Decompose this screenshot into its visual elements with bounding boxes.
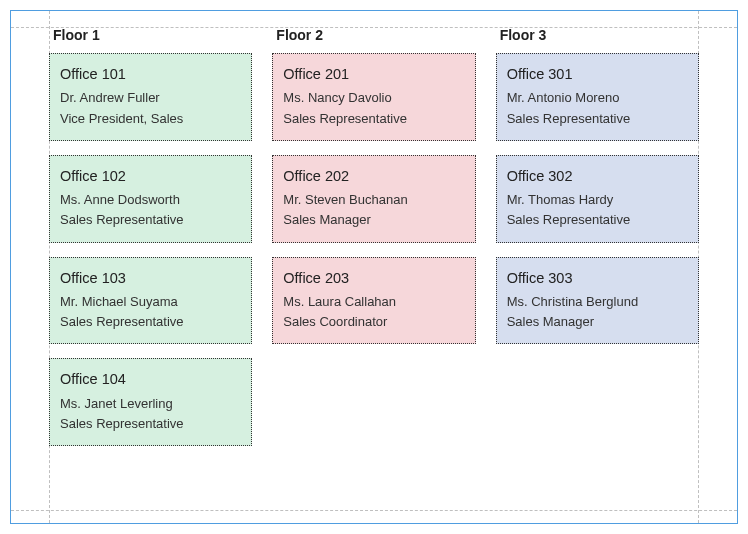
office-card[interactable]: Office 101Dr. Andrew FullerVice Presiden… <box>49 53 252 141</box>
employee-name: Mr. Thomas Hardy <box>507 190 688 210</box>
office-number: Office 104 <box>60 368 241 390</box>
floor-header: Floor 1 <box>53 27 252 43</box>
employee-title: Vice President, Sales <box>60 109 241 129</box>
office-number: Office 301 <box>507 63 688 85</box>
office-card[interactable]: Office 102Ms. Anne DodsworthSales Repres… <box>49 155 252 243</box>
office-card[interactable]: Office 103Mr. Michael SuyamaSales Repres… <box>49 257 252 345</box>
office-card[interactable]: Office 202Mr. Steven BuchananSales Manag… <box>272 155 475 243</box>
employee-name: Mr. Steven Buchanan <box>283 190 464 210</box>
office-number: Office 302 <box>507 165 688 187</box>
employee-title: Sales Representative <box>507 109 688 129</box>
office-number: Office 201 <box>283 63 464 85</box>
employee-name: Ms. Christina Berglund <box>507 292 688 312</box>
office-card[interactable]: Office 203Ms. Laura CallahanSales Coordi… <box>272 257 475 345</box>
employee-name: Ms. Anne Dodsworth <box>60 190 241 210</box>
office-card[interactable]: Office 104Ms. Janet LeverlingSales Repre… <box>49 358 252 446</box>
employee-title: Sales Manager <box>283 210 464 230</box>
employee-title: Sales Coordinator <box>283 312 464 332</box>
employee-title: Sales Representative <box>60 414 241 434</box>
floor-header: Floor 2 <box>276 27 475 43</box>
employee-name: Mr. Michael Suyama <box>60 292 241 312</box>
office-number: Office 102 <box>60 165 241 187</box>
employee-title: Sales Manager <box>507 312 688 332</box>
employee-title: Sales Representative <box>283 109 464 129</box>
floor-column: Floor 1Office 101Dr. Andrew FullerVice P… <box>49 27 252 511</box>
employee-name: Ms. Nancy Davolio <box>283 88 464 108</box>
office-number: Office 202 <box>283 165 464 187</box>
office-number: Office 103 <box>60 267 241 289</box>
office-card[interactable]: Office 301Mr. Antonio MorenoSales Repres… <box>496 53 699 141</box>
employee-title: Sales Representative <box>60 312 241 332</box>
employee-name: Ms. Laura Callahan <box>283 292 464 312</box>
office-card[interactable]: Office 303Ms. Christina BerglundSales Ma… <box>496 257 699 345</box>
floor-column: Floor 2Office 201Ms. Nancy DavolioSales … <box>272 27 475 511</box>
office-list: Office 201Ms. Nancy DavolioSales Represe… <box>272 53 475 344</box>
office-list: Office 301Mr. Antonio MorenoSales Repres… <box>496 53 699 344</box>
office-list: Office 101Dr. Andrew FullerVice Presiden… <box>49 53 252 446</box>
employee-title: Sales Representative <box>60 210 241 230</box>
office-number: Office 303 <box>507 267 688 289</box>
floor-column: Floor 3Office 301Mr. Antonio MorenoSales… <box>496 27 699 511</box>
employee-title: Sales Representative <box>507 210 688 230</box>
floor-columns: Floor 1Office 101Dr. Andrew FullerVice P… <box>49 27 699 511</box>
layout-panel: Floor 1Office 101Dr. Andrew FullerVice P… <box>10 10 738 524</box>
office-number: Office 101 <box>60 63 241 85</box>
floor-header: Floor 3 <box>500 27 699 43</box>
office-card[interactable]: Office 302Mr. Thomas HardySales Represen… <box>496 155 699 243</box>
employee-name: Mr. Antonio Moreno <box>507 88 688 108</box>
office-card[interactable]: Office 201Ms. Nancy DavolioSales Represe… <box>272 53 475 141</box>
employee-name: Ms. Janet Leverling <box>60 394 241 414</box>
employee-name: Dr. Andrew Fuller <box>60 88 241 108</box>
office-number: Office 203 <box>283 267 464 289</box>
